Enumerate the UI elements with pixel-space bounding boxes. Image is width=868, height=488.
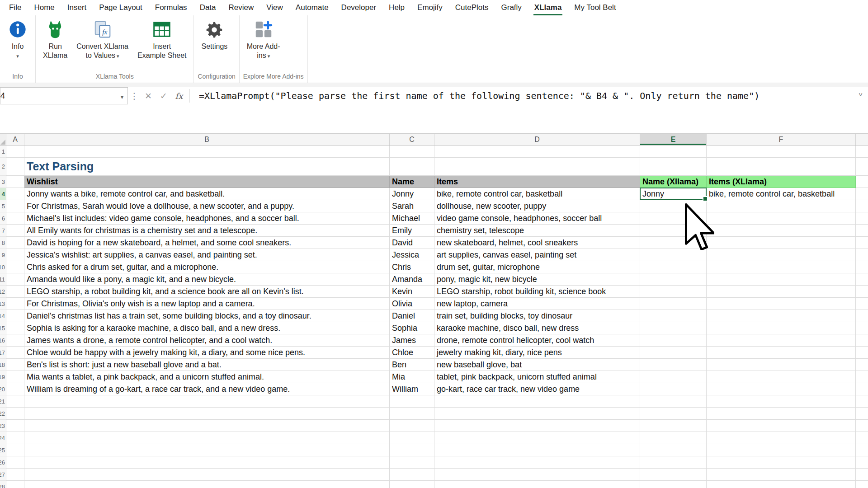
cell-F10[interactable] xyxy=(707,261,856,273)
cell-G26[interactable] xyxy=(856,456,868,469)
menu-tab-my-tool-belt[interactable]: My Tool Belt xyxy=(568,0,622,15)
cell-E28[interactable] xyxy=(640,481,707,488)
cell-G14[interactable] xyxy=(856,310,868,322)
cell-A19[interactable] xyxy=(6,371,24,383)
cell-D20[interactable]: go-kart, race car track, new video game xyxy=(434,383,640,395)
cell-A9[interactable] xyxy=(6,249,24,261)
cell-A27[interactable] xyxy=(6,469,24,481)
cell-D28[interactable] xyxy=(434,481,640,488)
cell-C11[interactable]: Amanda xyxy=(390,273,434,286)
cell-B6[interactable]: Michael's list includes: video game cons… xyxy=(24,212,390,225)
cell-C22[interactable] xyxy=(390,408,434,420)
cell-B14[interactable]: Daniel's christmas list has a train set,… xyxy=(24,310,390,322)
row-header-28[interactable]: 28 xyxy=(0,481,6,488)
menu-tab-automate[interactable]: Automate xyxy=(289,0,335,15)
cell-G12[interactable] xyxy=(856,286,868,298)
cell-F16[interactable] xyxy=(707,334,856,347)
cell-D23[interactable] xyxy=(434,420,640,432)
select-all-corner[interactable] xyxy=(0,134,6,145)
name-box-dropdown-icon[interactable] xyxy=(121,93,123,101)
cell-D18[interactable]: new baseball glove, bat xyxy=(434,359,640,371)
cell-C4[interactable]: Jonny xyxy=(390,188,434,200)
column-header-F[interactable]: F xyxy=(707,134,856,145)
cell-B5[interactable]: For Christmas, Sarah would love a dollho… xyxy=(24,200,390,212)
cell-F2[interactable] xyxy=(707,158,856,176)
cell-D21[interactable] xyxy=(434,395,640,408)
cell-G7[interactable] xyxy=(856,225,868,237)
insert-example-sheet-button[interactable]: Insert Example Sheet xyxy=(133,18,191,61)
row-header-9[interactable]: 9 xyxy=(0,249,6,261)
cell-E21[interactable] xyxy=(640,395,707,408)
cell-A3[interactable] xyxy=(6,176,24,188)
cell-A14[interactable] xyxy=(6,310,24,322)
cell-F20[interactable] xyxy=(707,383,856,395)
cell-E11[interactable] xyxy=(640,273,707,286)
cell-B3[interactable]: Wishlist xyxy=(24,176,390,188)
cell-B11[interactable]: Amanda would like a pony, a magic kit, a… xyxy=(24,273,390,286)
cell-G20[interactable] xyxy=(856,383,868,395)
row-header-16[interactable]: 16 xyxy=(0,334,6,347)
cell-G6[interactable] xyxy=(856,212,868,225)
cell-B10[interactable]: Chris asked for a drum set, guitar, and … xyxy=(24,261,390,273)
cell-F5[interactable] xyxy=(707,200,856,212)
menu-tab-page-layout[interactable]: Page Layout xyxy=(93,0,148,15)
cell-C9[interactable]: Jessica xyxy=(390,249,434,261)
cell-C20[interactable]: William xyxy=(390,383,434,395)
menu-tab-home[interactable]: Home xyxy=(28,0,61,15)
cell-C24[interactable] xyxy=(390,432,434,444)
cell-D5[interactable]: dollhouse, new scooter, puppy xyxy=(434,200,640,212)
cell-F14[interactable] xyxy=(707,310,856,322)
formula-bar-collapse-icon[interactable] xyxy=(859,91,863,99)
menu-tab-file[interactable]: File xyxy=(3,0,28,15)
menu-tab-data[interactable]: Data xyxy=(193,0,222,15)
cell-C28[interactable] xyxy=(390,481,434,488)
cell-G23[interactable] xyxy=(856,420,868,432)
cell-E26[interactable] xyxy=(640,456,707,469)
cell-G4[interactable] xyxy=(856,188,868,200)
cell-C8[interactable]: David xyxy=(390,237,434,249)
cell-G9[interactable] xyxy=(856,249,868,261)
cell-D1[interactable] xyxy=(434,145,640,158)
info-button[interactable]: Info xyxy=(3,18,33,61)
cell-F17[interactable] xyxy=(707,347,856,359)
cell-C1[interactable] xyxy=(390,145,434,158)
cell-A10[interactable] xyxy=(6,261,24,273)
cell-C7[interactable]: Emily xyxy=(390,225,434,237)
cell-E7[interactable] xyxy=(640,225,707,237)
cell-E5[interactable] xyxy=(640,200,707,212)
cell-B7[interactable]: All Emily wants for christmas is a chemi… xyxy=(24,225,390,237)
cell-C23[interactable] xyxy=(390,420,434,432)
cell-F12[interactable] xyxy=(707,286,856,298)
cell-B2[interactable]: Text Parsing xyxy=(24,158,390,176)
row-header-17[interactable]: 17 xyxy=(0,347,6,359)
cell-B1[interactable] xyxy=(24,145,390,158)
row-header-5[interactable]: 5 xyxy=(0,200,6,212)
cell-B23[interactable] xyxy=(24,420,390,432)
cell-F27[interactable] xyxy=(707,469,856,481)
row-header-20[interactable]: 20 xyxy=(0,383,6,395)
cell-D25[interactable] xyxy=(434,444,640,456)
cell-C6[interactable]: Michael xyxy=(390,212,434,225)
cell-D13[interactable]: new laptop, camera xyxy=(434,298,640,310)
column-header-C[interactable]: C xyxy=(390,134,434,145)
cell-G16[interactable] xyxy=(856,334,868,347)
cell-E12[interactable] xyxy=(640,286,707,298)
cell-D6[interactable]: video game console, headphones, soccer b… xyxy=(434,212,640,225)
cell-A25[interactable] xyxy=(6,444,24,456)
cell-G24[interactable] xyxy=(856,432,868,444)
cell-C19[interactable]: Mia xyxy=(390,371,434,383)
cell-E19[interactable] xyxy=(640,371,707,383)
cell-B22[interactable] xyxy=(24,408,390,420)
formula-bar-drag-handle-icon[interactable] xyxy=(128,87,141,104)
cell-G28[interactable] xyxy=(856,481,868,488)
insert-function-icon[interactable] xyxy=(171,87,187,104)
cell-C26[interactable] xyxy=(390,456,434,469)
cell-E18[interactable] xyxy=(640,359,707,371)
cell-A23[interactable] xyxy=(6,420,24,432)
cell-E6[interactable] xyxy=(640,212,707,225)
cell-D8[interactable]: new skateboard, helmet, cool sneakers xyxy=(434,237,640,249)
column-header-E[interactable]: E xyxy=(640,134,707,145)
cell-B18[interactable]: Ben's list is short: just a new baseball… xyxy=(24,359,390,371)
convert-xllama-to-values-button[interactable]: fx Convert XLlama to Values xyxy=(72,18,133,61)
cell-D19[interactable]: tablet, pink backpack, unicorn stuffed a… xyxy=(434,371,640,383)
